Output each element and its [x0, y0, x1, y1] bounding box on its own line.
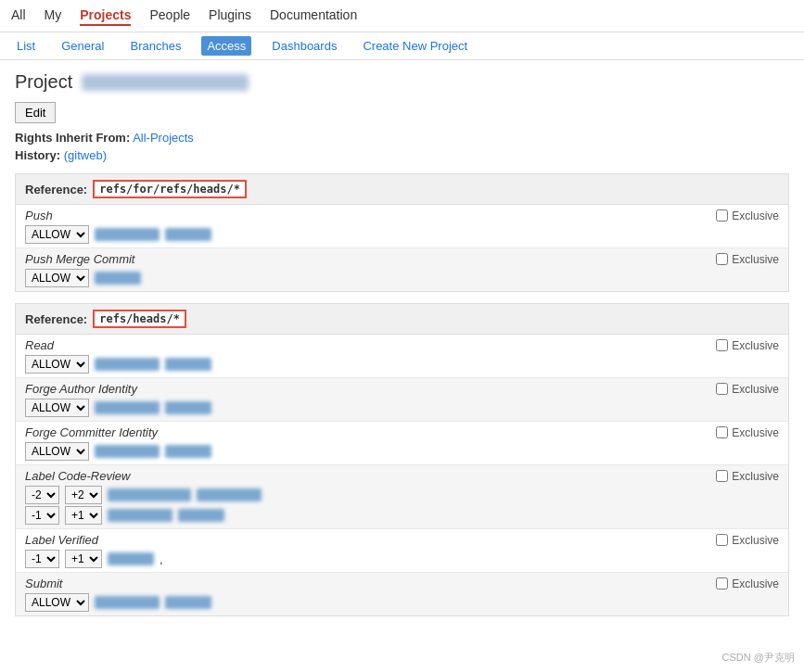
- label-verified-exclusive-label: Exclusive: [716, 534, 779, 547]
- forge-committer-rule-select[interactable]: ALLOW DENY BLOCK: [25, 442, 89, 461]
- nav-people[interactable]: People: [149, 6, 190, 26]
- label-verified-max-select[interactable]: +10: [65, 550, 102, 568]
- ref-section-1: Reference: refs/heads/* Read Exclusive A…: [15, 303, 789, 616]
- forge-committer-user-blurred2: [165, 445, 211, 458]
- label-cr-max2-select[interactable]: +1+20: [65, 506, 102, 525]
- ref-section-0: Reference: refs/for/refs/heads/* Push Ex…: [15, 173, 789, 292]
- forge-author-user-blurred: [95, 401, 160, 414]
- perm-forge-author-label-row: Forge Author Identity Exclusive: [25, 382, 779, 396]
- forge-author-controls: ALLOW DENY BLOCK: [25, 399, 779, 417]
- forge-committer-user-blurred: [95, 445, 160, 458]
- perm-push: Push Exclusive ALLOW DENY BLOCK: [16, 205, 788, 248]
- read-exclusive-checkbox[interactable]: [716, 339, 728, 351]
- gitweb-link[interactable]: (gitweb): [64, 148, 107, 162]
- nav-documentation[interactable]: Documentation: [270, 6, 357, 26]
- perm-label-code-review-text: Label Code-Review: [25, 469, 130, 483]
- label-cr-user2-blurred: [108, 509, 172, 522]
- perm-push-merge: Push Merge Commit Exclusive ALLOW DENY B…: [16, 248, 788, 291]
- perm-submit-label-row: Submit Exclusive: [25, 577, 779, 590]
- forge-author-rule-select[interactable]: ALLOW DENY BLOCK: [25, 399, 89, 417]
- label-code-review-exclusive-label: Exclusive: [716, 470, 779, 483]
- label-cr-row1-controls: -2-10 +2+10: [25, 486, 779, 504]
- perm-read-label-row: Read Exclusive: [25, 338, 779, 352]
- label-verified-spacer: ,: [160, 552, 167, 566]
- ref-header-1: Reference: refs/heads/*: [16, 304, 788, 335]
- submit-user-blurred: [95, 596, 160, 609]
- forge-author-user-blurred2: [165, 401, 211, 414]
- push-merge-rule-select[interactable]: ALLOW DENY BLOCK: [25, 269, 89, 287]
- perm-label-code-review-label-row: Label Code-Review Exclusive: [25, 469, 779, 483]
- subnav-dashboards[interactable]: Dashboards: [266, 36, 342, 56]
- page-content: Project Edit Rights Inherit From: All-Pr…: [0, 60, 804, 628]
- perm-forge-author-text: Forge Author Identity: [25, 382, 137, 396]
- label-verified-user-blurred: [108, 552, 154, 565]
- forge-committer-exclusive-checkbox[interactable]: [716, 426, 728, 438]
- perm-forge-author: Forge Author Identity Exclusive ALLOW DE…: [16, 378, 788, 422]
- label-cr-user2-blurred2: [178, 509, 224, 522]
- perm-submit-text: Submit: [25, 577, 62, 590]
- subnav-branches[interactable]: Branches: [124, 36, 186, 56]
- push-merge-exclusive-checkbox[interactable]: [716, 253, 728, 265]
- submit-exclusive-checkbox[interactable]: [716, 577, 728, 590]
- perm-push-merge-label-row: Push Merge Commit Exclusive: [25, 252, 779, 266]
- push-user-blurred2: [165, 228, 211, 241]
- ref-value-0: refs/for/refs/heads/*: [93, 180, 247, 198]
- submit-rule-select[interactable]: ALLOW DENY BLOCK: [25, 593, 89, 612]
- push-rule-select[interactable]: ALLOW DENY BLOCK: [25, 225, 89, 244]
- label-verified-controls: -10 +10 ,: [25, 550, 779, 568]
- label-cr-min2-select[interactable]: -1-20: [25, 506, 59, 525]
- push-merge-exclusive-text: Exclusive: [732, 253, 779, 266]
- push-merge-controls: ALLOW DENY BLOCK: [25, 269, 779, 287]
- read-exclusive-text: Exclusive: [732, 339, 779, 352]
- subnav-list[interactable]: List: [11, 36, 41, 56]
- read-controls: ALLOW DENY BLOCK: [25, 355, 779, 374]
- push-exclusive-checkbox[interactable]: [716, 209, 728, 222]
- history-line: History: (gitweb): [15, 148, 789, 162]
- label-code-review-exclusive-checkbox[interactable]: [716, 470, 728, 482]
- forge-author-exclusive-checkbox[interactable]: [716, 383, 728, 395]
- all-projects-link[interactable]: All-Projects: [133, 131, 194, 145]
- ref-value-1: refs/heads/*: [93, 310, 186, 328]
- perm-read-text: Read: [25, 338, 54, 352]
- push-user-blurred: [95, 228, 160, 241]
- label-verified-exclusive-checkbox[interactable]: [716, 534, 728, 546]
- forge-committer-exclusive-text: Exclusive: [732, 426, 779, 439]
- read-exclusive-label: Exclusive: [716, 339, 779, 352]
- push-controls: ALLOW DENY BLOCK: [25, 225, 779, 244]
- sub-nav: List General Branches Access Dashboards …: [0, 32, 804, 60]
- nav-my[interactable]: My: [45, 6, 62, 26]
- submit-user-blurred2: [165, 596, 211, 609]
- perm-label-verified: Label Verified Exclusive -10 +10 ,: [16, 529, 788, 573]
- subnav-general[interactable]: General: [56, 36, 109, 56]
- label-cr-min1-select[interactable]: -2-10: [25, 486, 59, 504]
- nav-plugins[interactable]: Plugins: [209, 6, 251, 26]
- label-cr-max1-select[interactable]: +2+10: [65, 486, 102, 504]
- read-rule-select[interactable]: ALLOW DENY BLOCK: [25, 355, 89, 374]
- subnav-create-new-project[interactable]: Create New Project: [357, 36, 473, 56]
- perm-submit: Submit Exclusive ALLOW DENY BLOCK: [16, 573, 788, 615]
- edit-button[interactable]: Edit: [15, 102, 56, 123]
- perm-push-text: Push: [25, 209, 53, 222]
- forge-author-exclusive-text: Exclusive: [732, 383, 779, 396]
- label-verified-exclusive-text: Exclusive: [732, 534, 779, 547]
- push-merge-user-blurred: [95, 272, 141, 285]
- perm-forge-committer-text: Forge Committer Identity: [25, 425, 158, 439]
- submit-exclusive-label: Exclusive: [716, 577, 779, 590]
- label-cr-user1-blurred: [108, 488, 191, 501]
- history-label: History:: [15, 148, 60, 162]
- submit-exclusive-text: Exclusive: [732, 577, 779, 590]
- submit-controls: ALLOW DENY BLOCK: [25, 593, 779, 612]
- nav-projects[interactable]: Projects: [80, 6, 131, 26]
- label-verified-min-select[interactable]: -10: [25, 550, 59, 568]
- perm-push-merge-text: Push Merge Commit: [25, 252, 134, 266]
- project-name-blurred: [82, 74, 249, 91]
- perm-label-code-review: Label Code-Review Exclusive -2-10 +2+10: [16, 465, 788, 529]
- perm-forge-committer-label-row: Forge Committer Identity Exclusive: [25, 425, 779, 439]
- rights-inherit-label: Rights Inherit From:: [15, 131, 130, 145]
- nav-all[interactable]: All: [11, 6, 26, 26]
- subnav-access[interactable]: Access: [201, 36, 251, 56]
- read-user-blurred2: [165, 358, 211, 371]
- read-user-blurred: [95, 358, 160, 371]
- top-nav: All My Projects People Plugins Documenta…: [0, 0, 804, 32]
- project-title: Project: [15, 71, 789, 93]
